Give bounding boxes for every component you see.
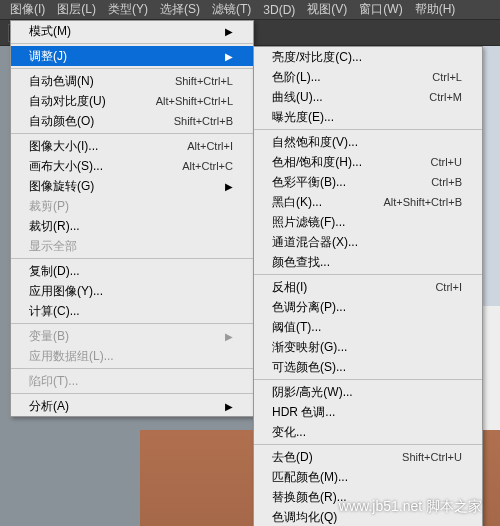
menu-item[interactable]: 分析(A)▶ [11,396,253,416]
menu-item[interactable]: 帮助(H) [409,1,462,18]
menu-item-label: 自动色调(N) [29,73,94,90]
menu-item-label: 色阶(L)... [272,69,321,86]
menu-item[interactable]: 匹配颜色(M)... [254,467,482,487]
menu-item[interactable]: 视图(V) [301,1,353,18]
menu-item[interactable]: 自然饱和度(V)... [254,132,482,152]
menu-item-label: 陷印(T)... [29,373,78,390]
menu-item-label: 色调均化(Q) [272,509,337,526]
menu-item[interactable]: 变化... [254,422,482,442]
menu-item[interactable]: 反相(I)Ctrl+I [254,277,482,297]
shortcut-label: Ctrl+I [435,281,462,293]
menu-item[interactable]: 颜色查找... [254,252,482,272]
menu-item[interactable]: 选择(S) [154,1,206,18]
menu-item[interactable]: 色相/饱和度(H)...Ctrl+U [254,152,482,172]
menu-item-label: 可选颜色(S)... [272,359,346,376]
menu-item[interactable]: 自动色调(N)Shift+Ctrl+L [11,71,253,91]
menu-item-label: 显示全部 [29,238,77,255]
shortcut-label: Alt+Ctrl+I [187,140,233,152]
menu-item-label: 反相(I) [272,279,307,296]
menu-item[interactable]: 滤镜(T) [206,1,257,18]
shortcut-label: Alt+Shift+Ctrl+B [383,196,462,208]
menu-item: 裁剪(P) [11,196,253,216]
menu-item[interactable]: 阈值(T)... [254,317,482,337]
menu-item[interactable]: 亮度/对比度(C)... [254,47,482,67]
menu-item-label: 阈值(T)... [272,319,321,336]
adjustments-submenu: 亮度/对比度(C)...色阶(L)...Ctrl+L曲线(U)...Ctrl+M… [253,46,483,526]
menu-item[interactable]: 色调分离(P)... [254,297,482,317]
menu-item[interactable]: 调整(J)▶ [11,46,253,66]
menu-item[interactable]: 黑白(K)...Alt+Shift+Ctrl+B [254,192,482,212]
menu-item[interactable]: 图像旋转(G)▶ [11,176,253,196]
menu-item[interactable]: 复制(D)... [11,261,253,281]
menu-item-label: 阴影/高光(W)... [272,384,353,401]
menu-item[interactable]: 曝光度(E)... [254,107,482,127]
menu-item-label: 渐变映射(G)... [272,339,347,356]
menu-item[interactable]: 模式(M)▶ [11,21,253,41]
menu-item[interactable]: 曲线(U)...Ctrl+M [254,87,482,107]
menu-item-label: 替换颜色(R)... [272,489,347,506]
menu-item[interactable]: 窗口(W) [353,1,408,18]
menu-item[interactable]: 应用图像(Y)... [11,281,253,301]
menu-item-label: 裁切(R)... [29,218,80,235]
shortcut-label: Alt+Ctrl+C [182,160,233,172]
menu-item[interactable]: 色阶(L)...Ctrl+L [254,67,482,87]
menu-item-label: 色彩平衡(B)... [272,174,346,191]
menu-item-label: 变量(B) [29,328,69,345]
menu-item[interactable]: 自动颜色(O)Shift+Ctrl+B [11,111,253,131]
menu-item[interactable]: 阴影/高光(W)... [254,382,482,402]
menu-item-label: 通道混合器(X)... [272,234,358,251]
menu-item[interactable]: 3D(D) [257,3,301,17]
menu-item-label: 自然饱和度(V)... [272,134,358,151]
menu-item[interactable]: 自动对比度(U)Alt+Shift+Ctrl+L [11,91,253,111]
menu-item[interactable]: 裁切(R)... [11,216,253,236]
menu-item-label: 去色(D) [272,449,313,466]
shortcut-label: Shift+Ctrl+L [175,75,233,87]
menu-item-label: 调整(J) [29,48,67,65]
menu-item-label: 曝光度(E)... [272,109,334,126]
menu-item[interactable]: 图像(I) [4,1,51,18]
shortcut-label: Shift+Ctrl+U [402,451,462,463]
submenu-arrow-icon: ▶ [225,401,233,412]
menu-item-label: 自动对比度(U) [29,93,106,110]
menu-item: 应用数据组(L)... [11,346,253,366]
menu-item[interactable]: 去色(D)Shift+Ctrl+U [254,447,482,467]
menu-item-label: 照片滤镜(F)... [272,214,345,231]
menu-item-label: 色调分离(P)... [272,299,346,316]
menu-item[interactable]: 可选颜色(S)... [254,357,482,377]
menu-item-label: 图像大小(I)... [29,138,98,155]
menu-item[interactable]: 照片滤镜(F)... [254,212,482,232]
menu-item-label: 变化... [272,424,306,441]
menu-item-label: 应用图像(Y)... [29,283,103,300]
menu-item-label: 分析(A) [29,398,69,415]
menu-item-label: 模式(M) [29,23,71,40]
menu-item[interactable]: HDR 色调... [254,402,482,422]
shortcut-label: Ctrl+U [431,156,462,168]
menu-item: 变量(B)▶ [11,326,253,346]
menu-item-label: 匹配颜色(M)... [272,469,348,486]
menu-item: 陷印(T)... [11,371,253,391]
watermark-text: www.jb51.net 脚本之家 [339,498,482,516]
shortcut-label: Ctrl+M [429,91,462,103]
menu-item[interactable]: 类型(Y) [102,1,154,18]
image-menu-dropdown: 模式(M)▶调整(J)▶自动色调(N)Shift+Ctrl+L自动对比度(U)A… [10,20,254,417]
menu-item[interactable]: 图层(L) [51,1,102,18]
shortcut-label: Shift+Ctrl+B [174,115,233,127]
menu-item-label: 图像旋转(G) [29,178,94,195]
menu-item-label: 自动颜色(O) [29,113,94,130]
menu-item-label: HDR 色调... [272,404,335,421]
menu-item-label: 曲线(U)... [272,89,323,106]
main-menubar: 图像(I)图层(L)类型(Y)选择(S)滤镜(T)3D(D)视图(V)窗口(W)… [0,0,500,20]
menu-item[interactable]: 渐变映射(G)... [254,337,482,357]
menu-item-label: 亮度/对比度(C)... [272,49,362,66]
submenu-arrow-icon: ▶ [225,51,233,62]
menu-item-label: 裁剪(P) [29,198,69,215]
shortcut-label: Ctrl+B [431,176,462,188]
menu-item[interactable]: 画布大小(S)...Alt+Ctrl+C [11,156,253,176]
menu-item[interactable]: 图像大小(I)...Alt+Ctrl+I [11,136,253,156]
menu-item[interactable]: 计算(C)... [11,301,253,321]
shortcut-label: Ctrl+L [432,71,462,83]
menu-item-label: 计算(C)... [29,303,80,320]
menu-item[interactable]: 通道混合器(X)... [254,232,482,252]
menu-item[interactable]: 色彩平衡(B)...Ctrl+B [254,172,482,192]
shortcut-label: Alt+Shift+Ctrl+L [156,95,233,107]
